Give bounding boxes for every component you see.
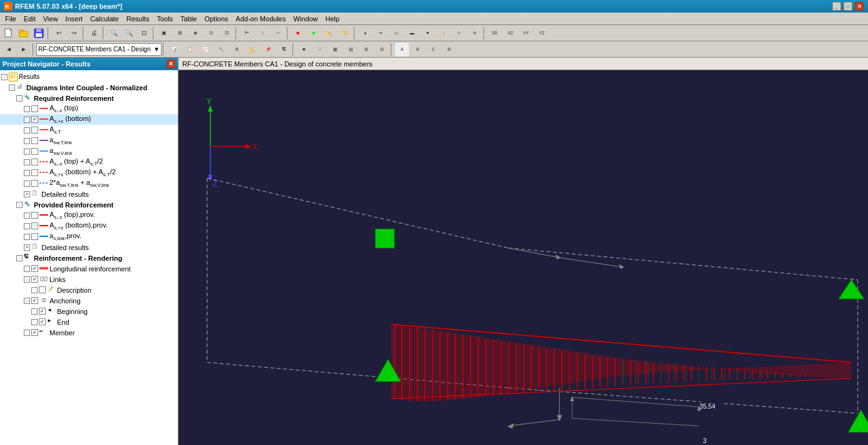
tree-beginning[interactable]: ◄ Beginning	[0, 306, 178, 317]
tb-mod-6[interactable]: 📐	[245, 43, 259, 56]
menu-insert[interactable]: Insert	[61, 14, 86, 24]
redo-button[interactable]: ↪	[67, 26, 81, 40]
tb-color-3[interactable]: C	[426, 43, 440, 56]
zoom-out-button[interactable]: 🔍	[122, 26, 136, 40]
tb-mod-2[interactable]: 📋	[183, 43, 197, 56]
tb-color-2[interactable]: B	[411, 43, 425, 56]
tb-mod-4[interactable]: 🔧	[214, 43, 228, 56]
tb-mod-8[interactable]: 🏗	[277, 43, 291, 56]
as+z-bot-t2-checkbox[interactable]	[31, 169, 38, 176]
tb-load[interactable]: ↓	[437, 26, 450, 40]
member-checkbox[interactable]	[31, 329, 38, 336]
tb-settings[interactable]: ⚙	[442, 43, 456, 56]
anchoring-checkbox[interactable]	[31, 297, 38, 304]
tb-line[interactable]: ━	[374, 26, 388, 40]
canvas-area[interactable]: X Y Z	[178, 70, 868, 445]
tb-btn-2[interactable]: ⊞	[173, 26, 187, 40]
tb-solid[interactable]: ▬	[405, 26, 419, 40]
tree-container[interactable]: - 📁 Results - 📊 Diagrams Inter Coupled -…	[0, 70, 178, 445]
tree-end[interactable]: ► End	[0, 317, 178, 327]
beginning-checkbox[interactable]	[39, 308, 46, 315]
tree-links[interactable]: - Links	[0, 274, 178, 285]
menu-window[interactable]: Window	[289, 14, 321, 24]
tb-mod-7[interactable]: 📌	[261, 43, 275, 56]
tree-as-z-top[interactable]: As,-z (top)	[0, 103, 178, 114]
links-checkbox[interactable]	[31, 276, 38, 283]
tb-disp-3[interactable]: ▦	[328, 43, 342, 56]
tree-detailed-req[interactable]: + 📋 Detailed results	[0, 189, 178, 199]
menu-tools[interactable]: Tools	[153, 14, 177, 24]
tb-btn-3[interactable]: ◈	[189, 26, 202, 40]
tb-btn-8[interactable]: ↔	[271, 26, 285, 40]
tb-select[interactable]: ⊹	[452, 26, 466, 40]
tb-xz[interactable]: XZ	[504, 26, 517, 40]
tb-mod-5[interactable]: ⚙	[230, 43, 244, 56]
tb-3d[interactable]: 3D	[488, 26, 502, 40]
as+z-bottom-checkbox[interactable]	[31, 116, 38, 123]
menu-file[interactable]: File	[1, 14, 20, 24]
undo-button[interactable]: ↩	[52, 26, 66, 40]
end-checkbox[interactable]	[39, 318, 46, 325]
tree-asw-v-link[interactable]: asw,V,link	[0, 146, 178, 157]
as-t-checkbox[interactable]	[31, 127, 38, 134]
longitudinal-checkbox[interactable]	[31, 265, 38, 272]
tb-btn-12[interactable]: 📏	[338, 26, 352, 40]
tb-surface[interactable]: ▭	[390, 26, 403, 40]
tb-cross[interactable]: ✛	[468, 26, 482, 40]
tree-anchoring[interactable]: - Anchoring	[0, 295, 178, 306]
tb-next-view[interactable]: ►	[17, 43, 31, 56]
menu-edit[interactable]: Edit	[20, 14, 39, 24]
tree-diagrams[interactable]: - 📊 Diagrams Inter Coupled - Normalized	[0, 82, 178, 93]
required-reinf-expand[interactable]: -	[16, 95, 23, 102]
menu-results[interactable]: Results	[123, 14, 153, 24]
tb-disp-2[interactable]: □	[313, 43, 326, 56]
2asw-checkbox[interactable]	[31, 180, 38, 187]
tb-color-1[interactable]: A	[395, 43, 409, 56]
save-button[interactable]	[32, 26, 46, 40]
open-button[interactable]	[17, 26, 31, 40]
asw-t-link-checkbox[interactable]	[31, 137, 38, 144]
as-z-top-checkbox[interactable]	[31, 105, 38, 112]
menu-table[interactable]: Table	[177, 14, 200, 24]
tb-disp-1[interactable]: ■	[297, 43, 311, 56]
close-button[interactable]: ✕	[855, 2, 864, 11]
root-expand[interactable]: -	[1, 74, 8, 80]
menu-calculate[interactable]: Calculate	[86, 14, 123, 24]
new-button[interactable]	[2, 26, 16, 40]
tb-xy[interactable]: XY	[519, 26, 533, 40]
tb-btn-10[interactable]: ■	[307, 26, 321, 40]
as-link-prov-checkbox[interactable]	[31, 233, 38, 240]
menu-view[interactable]: View	[39, 14, 62, 24]
tree-as-z-top-prov[interactable]: As,-z (top),prov.	[0, 210, 178, 221]
tb-btn-1[interactable]: ▣	[157, 26, 171, 40]
tb-node[interactable]: ●	[358, 26, 372, 40]
as-z-top-t2-checkbox[interactable]	[31, 159, 38, 165]
as+z-bot-prov-checkbox[interactable]	[31, 223, 38, 229]
tree-2asw[interactable]: 2*asw,T,link + asw,V,link	[0, 178, 178, 189]
tb-btn-4[interactable]: ⊙	[204, 26, 218, 40]
tree-required-reinf[interactable]: - 🔩 Required Reinforcement	[0, 93, 178, 103]
tb-btn-9[interactable]: ■	[291, 26, 305, 40]
tb-prev-view[interactable]: ◄	[2, 43, 16, 56]
tb-btn-6[interactable]: ⊢	[240, 26, 254, 40]
tree-provided-reinf[interactable]: - 🔩 Provided Reinforcement	[0, 199, 178, 210]
tb-mod-1[interactable]: 📊	[167, 43, 181, 56]
detailed-req-expand[interactable]: +	[24, 191, 30, 197]
zoom-all-button[interactable]: ⊡	[137, 26, 151, 40]
anchoring-expand[interactable]: -	[24, 298, 30, 304]
tree-description[interactable]: 📝 Description	[0, 285, 178, 295]
tb-disp-4[interactable]: ▤	[344, 43, 358, 56]
tree-as-t[interactable]: As,T	[0, 125, 178, 135]
tree-as-link-prov[interactable]: as,link,prov.	[0, 231, 178, 242]
menu-addon[interactable]: Add-on Modules	[232, 14, 289, 24]
asw-v-link-checkbox[interactable]	[31, 148, 38, 155]
reinf-rendering-expand[interactable]: -	[16, 255, 23, 261]
menu-options[interactable]: Options	[200, 14, 232, 24]
tree-as+z-bottom[interactable]: As,+z (bottom)	[0, 114, 178, 125]
tree-as-z-top-t2[interactable]: As,-z (top) + As,T/2	[0, 157, 178, 167]
description-checkbox[interactable]	[39, 286, 46, 293]
menu-help[interactable]: Help	[322, 14, 344, 24]
links-expand[interactable]: -	[24, 276, 30, 283]
print-button[interactable]: 🖨	[87, 26, 101, 40]
tree-reinf-rendering[interactable]: - 🏗 Reinforcement - Rendering	[0, 253, 178, 263]
